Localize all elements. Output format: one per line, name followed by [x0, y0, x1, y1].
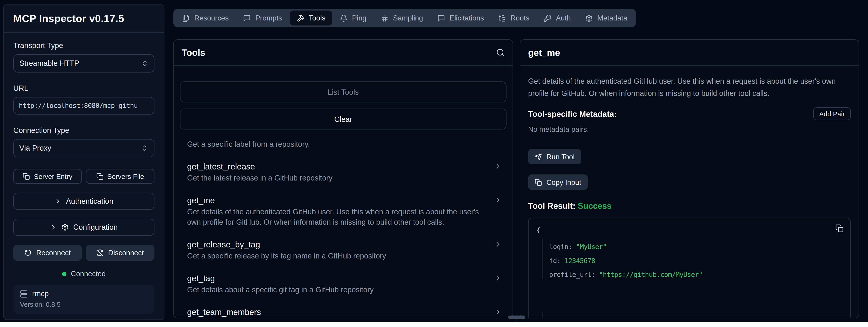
transport-type-value: Streamable HTTP	[19, 59, 79, 68]
server-name: rmcp	[32, 290, 49, 298]
server-buttons-row: Server Entry Servers File	[13, 169, 155, 184]
tab-resources[interactable]: Resources	[176, 10, 235, 26]
files-icon	[182, 14, 190, 22]
tool-name: get_tag	[187, 273, 502, 284]
tool-item-get-latest-release[interactable]: get_latest_release Get the latest releas…	[187, 161, 502, 183]
url-label: URL	[13, 84, 155, 92]
json-rows: login: "MyUser" id: 12345678 profile_url…	[549, 240, 703, 282]
tool-description: Get a specific release by its tag name i…	[187, 251, 502, 262]
sidebar-body: Transport Type Streamable HTTP URL Conne…	[4, 33, 164, 314]
copy-icon	[535, 178, 542, 185]
chevrons-up-down-icon	[141, 144, 148, 152]
authentication-toggle[interactable]: Authentication	[13, 193, 155, 210]
tool-item-get-team-members[interactable]: get_team_members Get members of a specif…	[187, 307, 502, 319]
search-button[interactable]	[496, 48, 505, 57]
tab-tools[interactable]: Tools	[290, 10, 332, 26]
hammer-icon	[297, 14, 304, 22]
detail-panel-body: Get details of the authenticated GitHub …	[520, 75, 859, 318]
message-square-icon	[243, 14, 251, 22]
reconnect-label: Reconnect	[36, 248, 71, 257]
tool-item-get-me[interactable]: get_me Get details of the authenticated …	[187, 195, 502, 228]
chevron-right-icon	[494, 196, 502, 204]
tool-name: get_me	[187, 195, 502, 206]
metadata-label: Tool-specific Metadata:	[528, 109, 617, 118]
connection-buttons-row: Reconnect Disconnect	[13, 245, 155, 261]
rotate-ccw-icon	[25, 249, 32, 256]
detail-panel-header: get_me	[520, 40, 859, 66]
gear-icon	[62, 224, 69, 231]
indent-guide	[542, 239, 543, 279]
result-status-badge: Success	[578, 201, 612, 210]
tool-description: Get details of the authenticated GitHub …	[187, 207, 502, 228]
run-tool-button[interactable]: Run Tool	[528, 149, 581, 165]
chevron-right-icon	[50, 224, 57, 231]
search-icon	[496, 48, 505, 57]
panel-divider	[516, 319, 517, 322]
servers-file-label: Servers File	[107, 173, 144, 180]
connection-type-value: Via Proxy	[19, 144, 51, 152]
disconnect-button[interactable]: Disconnect	[86, 245, 155, 261]
status-text: Connected	[71, 269, 105, 278]
chevron-right-icon	[494, 162, 502, 170]
servers-file-button[interactable]: Servers File	[86, 169, 155, 184]
sidebar: MCP Inspector v0.17.5 Transport Type Str…	[3, 4, 164, 320]
copy-icon	[835, 224, 844, 233]
tab-elicitations[interactable]: Elicitations	[431, 10, 491, 26]
copy-icon	[96, 173, 103, 180]
tool-description: Get the latest release in a GitHub repos…	[187, 173, 502, 183]
reconnect-button[interactable]: Reconnect	[13, 245, 82, 261]
tool-description-partial: Get a specific label from a repository.	[187, 139, 502, 149]
copy-input-button[interactable]: Copy Input	[528, 174, 588, 190]
configuration-toggle[interactable]: Configuration	[13, 219, 155, 236]
tab-ping[interactable]: Ping	[333, 10, 373, 26]
connection-status: Connected	[13, 269, 155, 278]
chevron-right-icon	[54, 198, 61, 205]
chevron-right-icon	[494, 274, 502, 283]
authentication-label: Authentication	[66, 197, 113, 205]
app-title: MCP Inspector v0.17.5	[13, 12, 124, 25]
tool-item-get-release-by-tag[interactable]: get_release_by_tag Get a specific releas…	[187, 239, 502, 261]
transport-type-label: Transport Type	[13, 41, 155, 50]
panel-resize-handle[interactable]	[508, 316, 525, 319]
tab-prompts[interactable]: Prompts	[236, 10, 288, 26]
chevrons-up-down-icon	[141, 60, 148, 67]
clear-button[interactable]: Clear	[180, 109, 506, 129]
transport-type-select[interactable]: Streamable HTTP	[13, 54, 155, 72]
tool-detail-panel: get_me Get details of the authenticated …	[520, 39, 859, 318]
tab-auth[interactable]: Auth	[537, 10, 577, 26]
status-dot-icon	[62, 272, 66, 276]
list-tools-button[interactable]: List Tools	[180, 81, 506, 102]
key-icon	[544, 14, 552, 22]
app-window: MCP Inspector v0.17.5 Transport Type Str…	[0, 0, 868, 322]
hash-icon	[381, 14, 389, 22]
tools-panel-header: Tools	[174, 40, 513, 66]
server-entry-label: Server Entry	[34, 173, 72, 180]
connection-type-select[interactable]: Via Proxy	[13, 139, 155, 157]
tool-item-get-tag[interactable]: get_tag Get details about a specific git…	[187, 273, 502, 295]
refresh-off-icon	[97, 249, 104, 256]
tool-result-label: Tool Result: Success	[528, 201, 851, 210]
server-info-card: rmcp Version: 0.8.5	[13, 285, 155, 314]
sidebar-header: MCP Inspector v0.17.5	[4, 5, 164, 33]
bell-icon	[340, 14, 348, 22]
disconnect-label: Disconnect	[108, 248, 144, 257]
add-pair-button[interactable]: Add Pair	[813, 108, 851, 120]
no-metadata-text: No metadata pairs.	[528, 125, 851, 133]
tools-actions: List Tools Clear	[174, 66, 513, 129]
tool-description: Get details about a specific git tag in …	[187, 285, 502, 295]
json-open-brace: {	[536, 227, 540, 234]
metadata-row: Tool-specific Metadata: Add Pair	[528, 108, 851, 120]
copy-result-button[interactable]	[835, 224, 844, 233]
screen: MCP Inspector v0.17.5 Transport Type Str…	[0, 0, 868, 327]
result-json-viewer: { login: "MyUser" id: 12345678	[528, 217, 851, 318]
tab-roots[interactable]: Roots	[492, 10, 536, 26]
server-entry-button[interactable]: Server Entry	[13, 169, 82, 184]
configuration-label: Configuration	[73, 223, 118, 231]
chevron-right-icon	[494, 240, 502, 248]
detail-panel-title: get_me	[528, 48, 560, 58]
tab-metadata[interactable]: Metadata	[579, 10, 634, 26]
url-input[interactable]	[13, 97, 155, 115]
tool-name: get_team_members	[187, 307, 502, 318]
indent-guide	[556, 312, 556, 318]
tab-sampling[interactable]: Sampling	[374, 10, 430, 26]
